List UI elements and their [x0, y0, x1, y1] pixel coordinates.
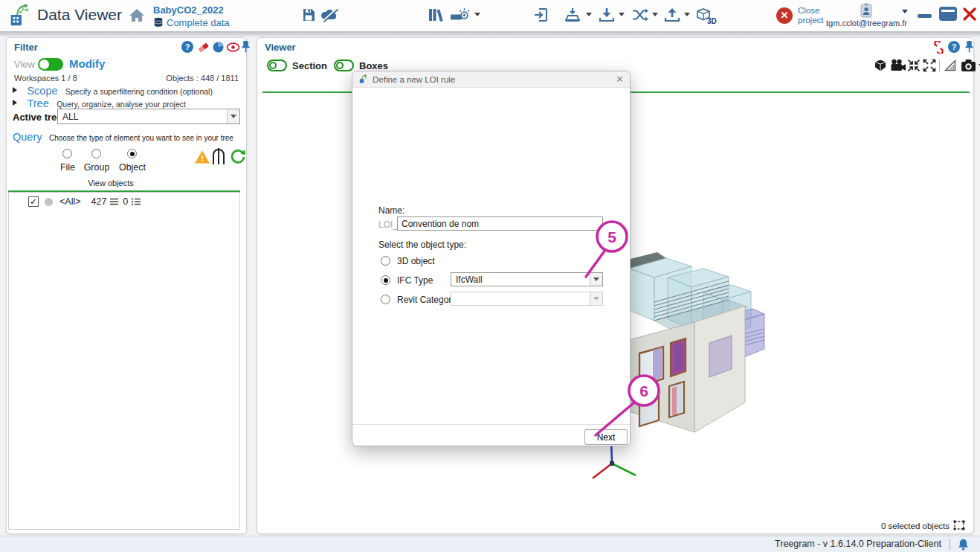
set-square-icon[interactable] — [944, 59, 958, 72]
scope-hint: Specify a superfiltering condition (opti… — [65, 87, 213, 96]
app-title: Data Viewer — [37, 6, 122, 24]
viewer-pin-icon[interactable] — [964, 40, 975, 53]
upload-dropdown-caret[interactable] — [684, 13, 690, 19]
viewer-help-icon[interactable]: ? — [948, 41, 960, 53]
cloud-offline-icon[interactable] — [320, 7, 339, 23]
close-project-button[interactable]: Close project — [798, 6, 824, 25]
refresh-icon[interactable] — [230, 148, 246, 164]
svg-text:3D: 3D — [707, 17, 717, 25]
section-toggle[interactable] — [267, 60, 287, 71]
collapse-icon[interactable] — [907, 59, 921, 72]
shuffle-dropdown-caret[interactable] — [652, 13, 658, 19]
user-badge-icon[interactable] — [860, 3, 873, 18]
pie-chart-icon[interactable] — [212, 41, 225, 54]
scope-label: Scope — [27, 85, 57, 97]
user-email[interactable]: tgm.cclot@treegram.fr — [824, 19, 909, 28]
ifc-type-value: IfcWall — [456, 275, 483, 285]
viewer-panel-title: Viewer — [265, 42, 296, 53]
view-objects-label: View objects — [51, 179, 170, 187]
view-label: View — [14, 59, 35, 70]
tree-structure-icon[interactable] — [210, 147, 227, 166]
radio-revit-category-label: Revit Category — [397, 295, 456, 305]
dialog-titlebar[interactable]: Define a new LOI rule ✕ — [352, 71, 630, 88]
ifc-type-select[interactable]: IfcWall — [451, 272, 603, 286]
radio-ifc-type-label: IFC Type — [397, 275, 433, 286]
radio-ifc-type[interactable] — [381, 275, 390, 285]
close-project-icon[interactable]: ✕ — [776, 7, 793, 24]
loi-rule-dialog: Define a new LOI rule ✕ Name: LOI_ Selec… — [352, 71, 631, 446]
ifc-type-caret[interactable] — [590, 273, 602, 286]
save-icon[interactable] — [301, 7, 316, 23]
camera-icon[interactable] — [961, 58, 976, 72]
project-name[interactable]: BabyCO2_2022 — [153, 4, 224, 16]
scope-section-toggle[interactable]: Scope Specify a superfiltering condition… — [13, 84, 213, 97]
import-drop-icon[interactable] — [564, 7, 581, 23]
cube-icon[interactable] — [874, 59, 887, 72]
active-tree-caret[interactable] — [227, 109, 239, 123]
boxes-label: Boxes — [359, 60, 388, 71]
header-separator — [0, 31, 980, 36]
export-file-icon[interactable] — [534, 7, 550, 23]
pin-icon[interactable] — [240, 40, 251, 53]
radio-object[interactable] — [127, 149, 137, 158]
active-tree-value: ALL — [62, 112, 78, 122]
eye-icon[interactable] — [226, 42, 240, 53]
rule-name-input[interactable] — [397, 216, 603, 231]
selection-box-icon[interactable] — [952, 519, 966, 532]
maximize-button[interactable] — [939, 7, 957, 21]
next-button[interactable]: Next — [584, 429, 628, 445]
query-label: Query — [13, 131, 42, 143]
library-icon[interactable] — [428, 7, 444, 23]
name-label: Name: — [378, 205, 404, 216]
active-tree-select[interactable]: ALL — [57, 109, 240, 124]
eraser-icon[interactable] — [197, 41, 210, 54]
download-dropdown-caret[interactable] — [619, 13, 625, 19]
workspaces-label: Workspaces 1 / 8 — [14, 74, 77, 83]
bell-icon[interactable] — [957, 538, 970, 551]
revit-category-caret — [590, 292, 602, 305]
download-icon[interactable] — [599, 7, 615, 23]
home-icon[interactable] — [128, 7, 146, 25]
dialog-close-icon[interactable]: ✕ — [616, 74, 624, 85]
selected-objects-label: 0 selected objects — [881, 521, 950, 530]
close-project-label-line2: project — [798, 16, 824, 25]
radio-revit-category[interactable] — [381, 295, 390, 304]
import-dropdown-caret[interactable] — [586, 13, 592, 19]
radio-group[interactable] — [91, 149, 101, 158]
user-dropdown-caret[interactable] — [902, 10, 908, 16]
warning-icon[interactable]: ! — [194, 150, 210, 164]
tree-row-count-secondary: 0 — [123, 196, 128, 207]
cube-3d-icon[interactable]: 3D — [696, 7, 717, 26]
video-camera-icon[interactable] — [890, 59, 906, 72]
upload-icon[interactable] — [664, 7, 680, 23]
tree-row-checkbox[interactable]: ✓ — [28, 196, 39, 207]
expand-icon[interactable] — [923, 59, 936, 72]
tree-row-label: <All> — [59, 196, 81, 207]
minimize-button[interactable] — [918, 14, 932, 18]
tree-label: Tree — [27, 97, 48, 109]
help-icon[interactable]: ? — [181, 41, 193, 53]
project-subtitle[interactable]: Complete data — [167, 17, 230, 28]
radio-3d-object-label: 3D object — [397, 256, 435, 266]
radio-3d-object[interactable] — [381, 256, 390, 266]
section-label: Section — [292, 60, 327, 71]
projector-icon[interactable] — [449, 7, 470, 23]
building-3d-model[interactable] — [620, 246, 765, 440]
toolbar-divider — [939, 60, 940, 71]
database-icon — [153, 17, 164, 28]
projector-dropdown-caret[interactable] — [474, 13, 480, 19]
radio-file[interactable] — [62, 149, 72, 158]
filter-panel: Filter ? View Modify Workspaces 1 / 8 Ob… — [6, 37, 247, 534]
radio-group-label: Group — [79, 162, 115, 173]
name-prefix: LOI_ — [378, 219, 398, 230]
status-bar: Treegram - v 1.6.14.0 Preparation-Client — [0, 536, 980, 552]
app-header: Data Viewer BabyCO2_2022 Complete data — [0, 0, 980, 31]
tree-row[interactable]: ✓ <All> 427 0 — [9, 193, 239, 211]
close-window-icon[interactable] — [962, 7, 977, 22]
tree-row-count-primary: 427 — [91, 196, 107, 207]
boxes-toggle[interactable] — [334, 60, 354, 71]
broken-link-icon[interactable] — [932, 41, 945, 54]
app-logo-icon — [7, 3, 33, 28]
view-modify-toggle[interactable] — [38, 58, 63, 71]
shuffle-icon[interactable] — [631, 7, 649, 23]
